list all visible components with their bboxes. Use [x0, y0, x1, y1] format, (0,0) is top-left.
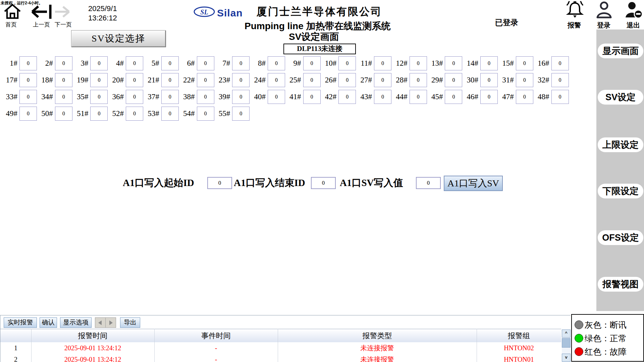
sv-cell-label: 33# [0, 90, 19, 104]
sidebar-item-alarm-view[interactable]: 报警视图 [598, 277, 643, 292]
a1-write-sv-button[interactable]: A1口写入SV [444, 176, 503, 191]
alarm-prev-button[interactable] [95, 317, 106, 328]
sv-cell: 36#0 [103, 90, 143, 104]
a1-start-id-label: A1口写入起始ID [123, 177, 194, 189]
sv-cell: 54#0 [174, 107, 214, 121]
sv-cell: 50#0 [32, 107, 72, 121]
sv-cell: 42#0 [316, 90, 356, 104]
next-page-label: 下一页 [55, 21, 72, 28]
sv-cell-label: 4# [103, 56, 126, 70]
a1-start-id-input[interactable]: 0 [207, 177, 232, 189]
scrollbar-thumb[interactable] [562, 338, 571, 348]
sv-cell-label: 51# [67, 107, 90, 121]
sv-cell: 9#0 [280, 56, 321, 70]
sv-cell: 32#0 [529, 73, 569, 87]
sv-value-input-48#[interactable]: 0 [551, 90, 569, 104]
sv-cell: 24#0 [245, 73, 285, 87]
sv-cell: 48#0 [529, 90, 569, 104]
prev-page-button[interactable] [30, 4, 54, 19]
sv-value-input-55#[interactable]: 0 [232, 107, 250, 121]
a1-end-id-label: A1口写入结束ID [234, 177, 305, 189]
column-header: 报警类型 [278, 329, 477, 343]
sv-cell-label: 8# [245, 56, 268, 70]
next-page-button[interactable] [54, 5, 71, 19]
scrollbar-down-button[interactable]: v [562, 354, 571, 362]
sv-cell: 51#0 [67, 107, 108, 121]
sv-cell: 7#0 [209, 56, 250, 70]
status-legend: 灰色：断讯绿色：正常红色：故障 [571, 314, 644, 362]
sv-cell: 6#0 [174, 56, 214, 70]
sv-cell-label: 30# [458, 73, 480, 87]
sv-cell-label: 45# [422, 90, 445, 104]
user-logout-icon [625, 1, 643, 19]
sv-value-input-32#[interactable]: 0 [551, 73, 569, 87]
export-button[interactable]: 导出 [120, 317, 140, 328]
logout-button[interactable] [625, 1, 643, 19]
sv-cell: 13#0 [422, 56, 462, 70]
sv-cell-label: 52# [103, 107, 126, 121]
sidebar-item-display-screen[interactable]: 显示画面 [598, 44, 643, 58]
sv-cell: 47#0 [493, 90, 533, 104]
sidebar-item-upper-limit[interactable]: 上限设定 [598, 137, 643, 152]
home-icon [3, 3, 21, 19]
brand-name: Silan [217, 7, 243, 19]
sv-value-input-16#[interactable]: 0 [551, 56, 569, 70]
scrollbar-up-button[interactable]: ^ [562, 329, 571, 338]
sv-cell: 19#0 [67, 73, 108, 87]
sv-cell: 18#0 [32, 73, 72, 87]
sv-cell: 16#0 [529, 56, 569, 70]
sv-cell-label: 9# [280, 56, 303, 70]
alarm-panel: 实时报警 确认 显示选项 导出 报警时间事件时间报警类型报警组 12025-09… [0, 315, 571, 362]
confirm-button[interactable]: 确认 [40, 317, 57, 328]
a1-sv-value-label: A1口SV写入值 [340, 177, 403, 189]
alarm-cell-num: 2 [0, 354, 31, 362]
page-title: SV设定画面 [289, 31, 339, 43]
alarm-row[interactable]: 12025-09-01 13:24:12-未连接报警HNTON02 [0, 342, 561, 354]
alarm-button[interactable] [566, 1, 584, 19]
a1-end-id-input[interactable]: 0 [311, 177, 336, 189]
company-name: 厦门士兰半导体有限公司 [257, 5, 382, 19]
sidebar-item-ofs-setting[interactable]: OFS设定 [598, 230, 643, 245]
a1-sv-value-input[interactable]: 0 [416, 177, 441, 189]
column-header: 事件时间 [154, 329, 278, 343]
sv-cell-label: 6# [174, 56, 197, 70]
sidebar-item-sv-setting[interactable]: SV设定 [598, 90, 643, 105]
sv-select-button[interactable]: SV设定选择 [71, 30, 166, 47]
time-display: 13:26:12 [88, 14, 117, 22]
home-button[interactable] [3, 3, 21, 19]
alarm-bell-icon [566, 1, 584, 19]
sv-cell-label: 20# [103, 73, 126, 87]
sv-cell-label: 42# [316, 90, 338, 104]
sv-cell-label: 49# [0, 107, 19, 121]
sv-cell-label: 19# [67, 73, 90, 87]
sv-cell: 45#0 [422, 90, 462, 104]
alarm-row[interactable]: 22025-09-01 13:24:12-未连接报警HNTON01 [0, 354, 561, 362]
sv-cell-label: 10# [316, 56, 338, 70]
sv-cell: 20#0 [103, 73, 143, 87]
sv-cell-label: 18# [32, 73, 55, 87]
sv-cell-label: 37# [139, 90, 161, 104]
sidebar [596, 29, 644, 311]
sidebar-item-lower-limit[interactable]: 下限设定 [598, 184, 643, 198]
realtime-alarm-button[interactable]: 实时报警 [4, 317, 37, 328]
sv-cell: 11#0 [351, 56, 391, 70]
sv-cell-label: 24# [245, 73, 268, 87]
sv-cell: 27#0 [351, 73, 391, 87]
display-options-button[interactable]: 显示选项 [60, 317, 92, 328]
sv-cell-label: 2# [32, 56, 55, 70]
logout-label: 退出 [627, 21, 640, 30]
login-button[interactable] [596, 1, 612, 19]
column-divider [154, 329, 155, 362]
sv-cell: 38#0 [174, 90, 214, 104]
sv-cell: 17#0 [0, 73, 37, 87]
alarm-next-button[interactable] [105, 317, 116, 328]
sv-cell-label: 46# [458, 90, 480, 104]
alarm-cell-alarm_time: 2025-09-01 13:24:12 [31, 354, 154, 362]
alarm-cell-alarm_time: 2025-09-01 13:24:12 [31, 342, 154, 354]
sv-cell-label: 14# [458, 56, 480, 70]
silan-logo-icon: SL [193, 5, 215, 18]
sv-cell-label: 32# [529, 73, 551, 87]
back-arrow-icon [30, 4, 54, 19]
sv-cell-label: 7# [209, 56, 232, 70]
alarm-table-header: 报警时间事件时间报警类型报警组 [0, 329, 561, 343]
